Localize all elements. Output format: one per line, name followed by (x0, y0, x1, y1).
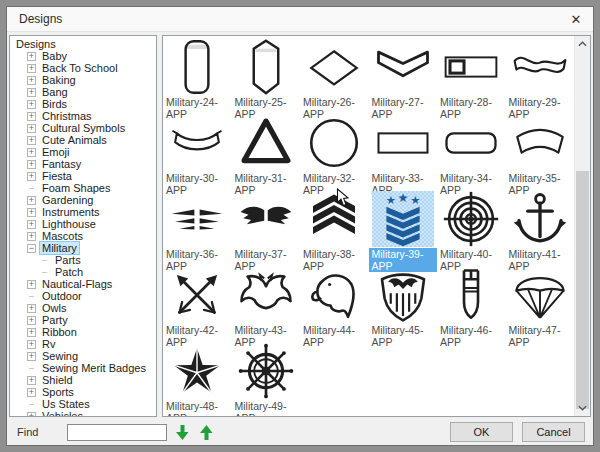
expand-icon[interactable]: + (27, 208, 36, 217)
tree-item-ribbon[interactable]: +Ribbon (10, 326, 156, 338)
tree-item-baby[interactable]: +Baby (10, 50, 156, 62)
tree-item-cute-animals[interactable]: +Cute Animals (10, 134, 156, 146)
grid-item-military-28-app[interactable]: Military-28-APP (437, 39, 506, 115)
tree-item-owls[interactable]: +Owls (10, 302, 156, 314)
grid-item-military-27-app[interactable]: Military-27-APP (369, 39, 438, 115)
grid-item-military-32-app[interactable]: Military-32-APP (300, 115, 369, 191)
grid-item-military-46-app[interactable]: Military-46-APP (437, 267, 506, 343)
scrollbar-thumb[interactable] (576, 171, 589, 409)
grid-item-military-40-app[interactable]: Military-40-APP (437, 191, 506, 267)
grid-item-military-37-app[interactable]: Military-37-APP (232, 191, 301, 267)
expand-icon[interactable]: + (27, 232, 36, 241)
tree-item-outdoor[interactable]: –Outdoor (10, 290, 156, 302)
grid-scrollbar[interactable] (574, 36, 590, 416)
grid-item-military-39-app[interactable]: ★★★Military-39-APP (369, 191, 438, 267)
scroll-down-button[interactable] (575, 400, 590, 416)
tree-item-military[interactable]: −Military (10, 242, 156, 254)
crossed-arrows-icon (166, 267, 228, 323)
grid-item-military-29-app[interactable]: Military-29-APP (506, 39, 575, 115)
grid-item-military-36-app[interactable]: Military-36-APP (163, 191, 232, 267)
tree-item-back-to-school[interactable]: +Back To School (10, 62, 156, 74)
tree-item-sewing[interactable]: +Sewing (10, 350, 156, 362)
tree-leaf-dash: – (27, 184, 36, 193)
ok-button[interactable]: OK (450, 422, 513, 442)
rounded-triangle-icon (235, 115, 297, 171)
tree-item-cultural-symbols[interactable]: +Cultural Symbols (10, 122, 156, 134)
tree-item-rv[interactable]: +Rv (10, 338, 156, 350)
grid-item-military-47-app[interactable]: Military-47-APP (506, 267, 575, 343)
tree-item-emoji[interactable]: +Emoji (10, 146, 156, 158)
tree-item-sewing-merit-badges[interactable]: –Sewing Merit Badges (10, 362, 156, 374)
tree-item-designs[interactable]: Designs (10, 38, 156, 50)
grid-item-military-44-app[interactable]: Military-44-APP (300, 267, 369, 343)
tree-item-parts[interactable]: –Parts (10, 254, 156, 266)
expand-icon[interactable]: + (27, 76, 36, 85)
grid-item-military-34-app[interactable]: Military-34-APP (437, 115, 506, 191)
collapse-icon[interactable]: − (27, 244, 36, 253)
expand-icon[interactable]: + (27, 340, 36, 349)
grid-item-military-30-app[interactable]: Military-30-APP (163, 115, 232, 191)
expand-icon[interactable]: + (27, 148, 36, 157)
tree-item-label: Mascots (40, 230, 85, 242)
find-next-button[interactable] (173, 423, 191, 441)
expand-icon[interactable]: + (27, 52, 36, 61)
tree-item-fiesta[interactable]: +Fiesta (10, 170, 156, 182)
grid-item-military-42-app[interactable]: Military-42-APP (163, 267, 232, 343)
tree-item-bang[interactable]: +Bang (10, 86, 156, 98)
tree-item-birds[interactable]: +Birds (10, 98, 156, 110)
tree-item-nautical-flags[interactable]: +Nautical-Flags (10, 278, 156, 290)
expand-icon[interactable]: + (27, 412, 36, 418)
tree-item-sports[interactable]: +Sports (10, 386, 156, 398)
tree-item-baking[interactable]: +Baking (10, 74, 156, 86)
tree-item-instruments[interactable]: +Instruments (10, 206, 156, 218)
expand-icon[interactable]: + (27, 196, 36, 205)
expand-icon[interactable]: + (27, 388, 36, 397)
expand-icon[interactable]: + (27, 220, 36, 229)
grid-item-military-35-app[interactable]: Military-35-APP (506, 115, 575, 191)
tree-item-party[interactable]: +Party (10, 314, 156, 326)
tree-item-foam-shapes[interactable]: –Foam Shapes (10, 182, 156, 194)
tree-item-us-states[interactable]: –Us States (10, 398, 156, 410)
tree-item-vehicles[interactable]: +Vehicles (10, 410, 156, 417)
striped-wings-icon (166, 191, 228, 247)
close-icon: ✕ (571, 12, 582, 27)
tree-leaf-dash: – (40, 256, 49, 265)
tree-item-lighthouse[interactable]: +Lighthouse (10, 218, 156, 230)
grid-item-military-41-app[interactable]: Military-41-APP (506, 191, 575, 267)
cancel-button[interactable]: Cancel (522, 422, 585, 442)
tree-item-gardening[interactable]: +Gardening (10, 194, 156, 206)
grid-item-military-24-app[interactable]: Military-24-APP (163, 39, 232, 115)
scroll-up-button[interactable] (575, 36, 590, 52)
find-previous-button[interactable] (197, 423, 215, 441)
expand-icon[interactable]: + (27, 136, 36, 145)
expand-icon[interactable]: + (27, 376, 36, 385)
close-button[interactable]: ✕ (559, 8, 593, 31)
tree-item-mascots[interactable]: +Mascots (10, 230, 156, 242)
expand-icon[interactable]: + (27, 352, 36, 361)
expand-icon[interactable]: + (27, 160, 36, 169)
expand-icon[interactable]: + (27, 316, 36, 325)
grid-item-military-25-app[interactable]: Military-25-APP (232, 39, 301, 115)
tree-item-shield[interactable]: +Shield (10, 374, 156, 386)
grid-item-military-33-app[interactable]: Military-33-APP (369, 115, 438, 191)
expand-icon[interactable]: + (27, 112, 36, 121)
grid-item-military-45-app[interactable]: Military-45-APP (369, 267, 438, 343)
expand-icon[interactable]: + (27, 280, 36, 289)
tree-item-fantasy[interactable]: +Fantasy (10, 158, 156, 170)
expand-icon[interactable]: + (27, 100, 36, 109)
tree-item-patch[interactable]: –Patch (10, 266, 156, 278)
grid-item-military-43-app[interactable]: Military-43-APP (232, 267, 301, 343)
grid-item-military-26-app[interactable]: Military-26-APP (300, 39, 369, 115)
grid-item-military-48-app[interactable]: Military-48-APP (163, 343, 232, 417)
expand-icon[interactable]: + (27, 64, 36, 73)
grid-item-military-31-app[interactable]: Military-31-APP (232, 115, 301, 191)
expand-icon[interactable]: + (27, 304, 36, 313)
find-input[interactable] (67, 424, 167, 441)
expand-icon[interactable]: + (27, 328, 36, 337)
expand-icon[interactable]: + (27, 88, 36, 97)
expand-icon[interactable]: + (27, 124, 36, 133)
tree-item-christmas[interactable]: +Christmas (10, 110, 156, 122)
grid-item-military-38-app[interactable]: Military-38-APP (300, 191, 369, 267)
expand-icon[interactable]: + (27, 172, 36, 181)
grid-item-military-49-app[interactable]: Military-49-APP (232, 343, 301, 417)
